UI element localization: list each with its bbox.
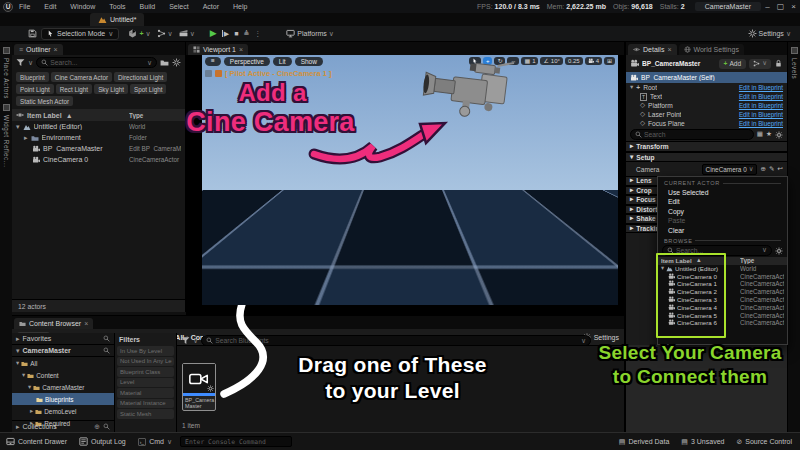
kebab-icon[interactable]: ⋮ [254, 30, 261, 37]
details-search-input[interactable] [644, 131, 749, 138]
filter-not-used[interactable]: Not Used In Any Le [117, 357, 174, 367]
cmd-dropdown[interactable]: ›_ Cmd ∨ [138, 438, 172, 446]
filter-static-mesh[interactable]: Static Mesh [117, 409, 174, 419]
menu-item-clear[interactable]: Clear [658, 225, 787, 235]
derived-data-button[interactable]: ▤ Derived Data [619, 438, 669, 445]
unsaved-button[interactable]: ▤ 3 Unsaved [681, 438, 724, 445]
tab-viewport-1[interactable]: Viewport 1 × [188, 44, 248, 55]
outliner-row-environment[interactable]: ▸ Environment Folder [12, 132, 185, 143]
component-row-root[interactable]: ▾ + Root Edit in Blueprint [626, 83, 787, 92]
tab-outliner[interactable]: ≡ Outliner × [14, 44, 63, 55]
component-row-platform[interactable]: ◇ Platform Edit in Blueprint [626, 101, 787, 110]
edit-in-blueprint-link[interactable]: Edit in Blueprint [739, 93, 783, 100]
eject-icon[interactable]: ≜ [243, 30, 249, 37]
close-icon[interactable]: × [667, 46, 671, 53]
details-search[interactable] [630, 129, 754, 140]
menu-file[interactable]: File [19, 3, 30, 10]
favorites-row[interactable]: ▸ Favorites [12, 333, 114, 345]
blueprint-edit-button[interactable]: ∨ [749, 59, 771, 69]
lock-icon[interactable] [774, 59, 783, 68]
menu-item-copy[interactable]: Copy [658, 206, 787, 216]
component-row-self[interactable]: BP_CameraMaster (Self) [626, 72, 787, 83]
star-icon[interactable]: ★ [766, 131, 772, 138]
search-icon[interactable] [103, 347, 110, 354]
blueprints-button[interactable]: ∨ [154, 28, 176, 39]
outliner-search-input[interactable] [50, 59, 145, 66]
close-icon[interactable]: × [239, 46, 243, 53]
minimize-button[interactable]: – [761, 2, 774, 11]
selection-mode-dropdown[interactable]: Selection Mode ∨ [41, 28, 119, 40]
tree-item-blueprints[interactable]: Blueprints [12, 393, 114, 405]
chip-rect-light[interactable]: Rect Light [56, 84, 92, 94]
collections-row[interactable]: ▸ Collections ⊕ [12, 420, 114, 432]
outliner-search[interactable]: ∨ [36, 57, 157, 68]
close-icon[interactable]: × [84, 320, 88, 327]
save-icon[interactable] [28, 29, 37, 38]
camera-select-dropdown[interactable]: CineCamera 0 ∨ [702, 164, 758, 175]
project-row[interactable]: ▾ CameraMaster [12, 345, 114, 357]
tab-world-settings[interactable]: World Settings [679, 44, 744, 55]
camera-speed-button[interactable]: 4 [585, 57, 602, 65]
filter-level[interactable]: Level [117, 378, 174, 388]
chip-blueprint[interactable]: Blueprint [16, 72, 49, 82]
angle-snap-button[interactable]: ∠10° [540, 57, 562, 65]
component-row-text[interactable]: T Text Edit in Blueprint [626, 92, 787, 101]
play-icon[interactable]: ▶ [210, 29, 217, 38]
tab-widget-reflector[interactable]: Widget Reflec... [3, 115, 10, 167]
tab-levels[interactable]: Levels [791, 58, 798, 79]
tab-place-actors[interactable]: Place Actors [3, 58, 10, 99]
platforms-dropdown[interactable]: Platforms ∨ [283, 28, 337, 39]
component-row-focus-plane[interactable]: ◇ Focus Plane Edit in Blueprint [626, 119, 787, 128]
menu-build[interactable]: Build [140, 3, 156, 10]
add-collection-icon[interactable]: ⊕ [94, 423, 100, 430]
output-log-button[interactable]: Output Log [79, 437, 126, 446]
restore-button[interactable]: ▢ [774, 2, 787, 11]
menu-edit[interactable]: Edit [44, 3, 56, 10]
new-folder-icon[interactable] [160, 58, 169, 67]
chip-point-light[interactable]: Point Light [16, 84, 54, 94]
reset-icon[interactable]: ↩ [777, 166, 783, 173]
cine-camera-model[interactable] [422, 55, 517, 130]
section-setup[interactable]: ▾ Setup [626, 152, 787, 162]
chip-directional-light[interactable]: Directional Light [114, 72, 167, 82]
filter-funnel-icon[interactable] [181, 336, 190, 345]
asset-bp-cameramaster[interactable]: BP_Camera Master [182, 363, 216, 411]
filter-funnel-icon[interactable] [16, 58, 25, 67]
skip-icon[interactable]: ▶ [222, 30, 229, 37]
menu-select[interactable]: Select [169, 3, 188, 10]
filter-in-use-by-level[interactable]: In Use By Level [117, 346, 174, 356]
edit-blueprint-link[interactable]: Edit BP_CameraM [129, 145, 181, 152]
menu-item-paste[interactable]: Paste [658, 216, 787, 226]
filter-material[interactable]: Material [117, 388, 174, 398]
outliner-row-world[interactable]: ▾ Untitled (Editor) World [12, 121, 185, 132]
edit-in-blueprint-link[interactable]: Edit in Blueprint [739, 111, 783, 118]
menu-help[interactable]: Help [233, 3, 247, 10]
outliner-row-cinecamera0[interactable]: CineCamera 0 CineCameraActor [12, 154, 185, 165]
eject-pilot-icon[interactable] [205, 70, 212, 77]
display-grid-icon[interactable]: ▦ [757, 131, 763, 138]
add-actor-button[interactable]: + ∨ [125, 28, 153, 39]
menu-window[interactable]: Window [70, 3, 95, 10]
source-control-button[interactable]: ⊘ Source Control [736, 438, 792, 445]
component-row-laser-point[interactable]: ◇ Laser Point Edit in Blueprint [626, 110, 787, 119]
menu-tools[interactable]: Tools [109, 3, 125, 10]
menu-item-use-selected[interactable]: Use Selected [658, 187, 787, 197]
close-icon[interactable]: × [54, 46, 58, 53]
console-input[interactable] [185, 438, 287, 446]
tree-item-content[interactable]: ▾ Content [12, 369, 114, 381]
grid-snap-button[interactable]: ▦1 [521, 57, 538, 65]
maximize-viewport-button[interactable]: ⊞ [604, 57, 615, 65]
cinematics-button[interactable]: ∨ [176, 28, 198, 39]
filter-blueprint-class[interactable]: Blueprint Class [117, 367, 174, 377]
content-drawer-button[interactable]: Content Drawer [6, 437, 67, 446]
search-icon[interactable] [103, 335, 110, 342]
tab-details[interactable]: Details × [628, 44, 677, 55]
toolbar-settings-button[interactable]: Settings ∨ [745, 28, 794, 39]
chip-static-mesh-actor[interactable]: Static Mesh Actor [16, 96, 73, 106]
close-button[interactable]: × [787, 2, 800, 11]
edit-in-blueprint-link[interactable]: Edit in Blueprint [739, 120, 783, 127]
search-icon[interactable] [103, 423, 110, 430]
lit-dropdown[interactable]: Lit [273, 57, 292, 66]
level-tab[interactable]: Untitled* [90, 13, 144, 26]
edit-in-blueprint-link[interactable]: Edit in Blueprint [739, 102, 783, 109]
